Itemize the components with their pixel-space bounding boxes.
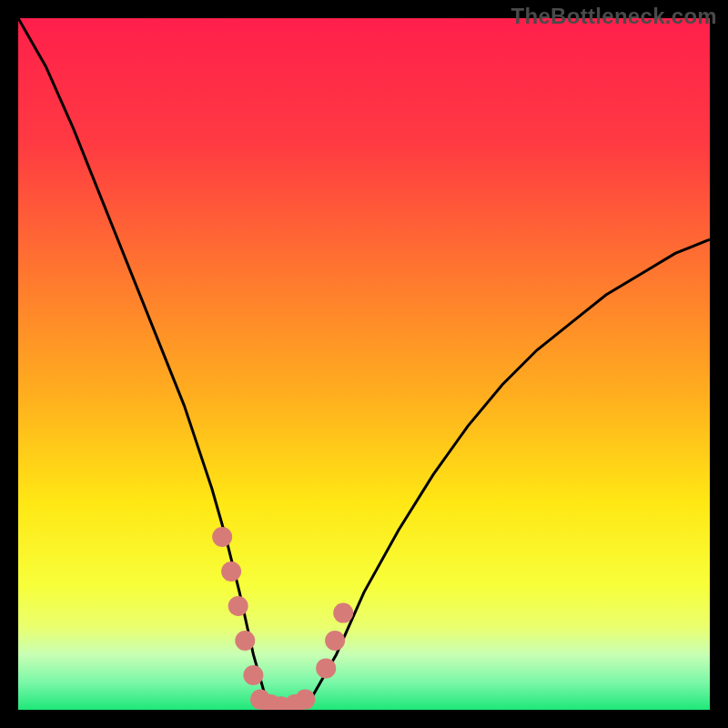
chart-frame: TheBottleneck.com [0, 0, 728, 728]
curve-marker [316, 658, 336, 678]
curve-marker [295, 690, 315, 710]
curve-marker [235, 631, 255, 651]
gradient-background [18, 18, 710, 710]
curve-marker [243, 665, 263, 685]
bottleneck-chart [0, 0, 728, 728]
watermark-text: TheBottleneck.com [511, 4, 717, 29]
curve-marker [212, 527, 232, 547]
curve-marker [333, 603, 353, 623]
curve-marker [228, 596, 248, 616]
curve-marker [221, 561, 241, 581]
curve-marker [325, 631, 345, 651]
